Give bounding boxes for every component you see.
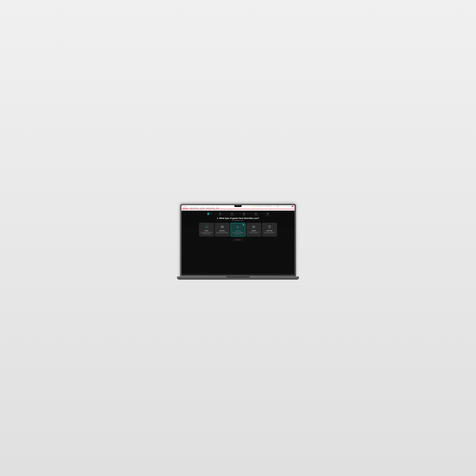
step-label-play-style: Play Style — [207, 215, 210, 216]
card-icon-casual — [204, 224, 209, 229]
next-button-wrapper: Next Question — [182, 238, 294, 241]
svg-point-14 — [222, 226, 223, 227]
question-subtitle: Pick all applicable options. — [182, 220, 294, 221]
user-icon[interactable]: 👤 — [277, 206, 278, 207]
bell-icon[interactable]: 🔔 — [276, 206, 277, 207]
top-bar-links: LenovoPRO | Small Business Store | Lenov… — [252, 206, 293, 207]
svg-rect-19 — [238, 227, 238, 228]
card-desc-immersive: You play games with stunning graphics an… — [216, 232, 228, 234]
step-laptop-desktop: 3 Laptop or Desktop — [226, 213, 238, 216]
top-icons: ⊕ ♡ 🔔 👤 🛒 — [273, 206, 280, 207]
nav-students[interactable]: Students — [227, 210, 230, 210]
nav-monitors[interactable]: Monitors — [205, 210, 207, 210]
nav-support[interactable]: SUPPORT — [216, 208, 219, 208]
nav-smart-home[interactable]: Smart Home — [208, 210, 212, 210]
svg-rect-22 — [253, 226, 255, 227]
lenovo-student-link[interactable]: Lenovo — [265, 206, 267, 207]
card-streamer[interactable]: Streamer You stream and create digital c… — [246, 223, 261, 237]
step-label-gamer-prefs: Gamer Preferences — [253, 215, 258, 216]
search-bar[interactable]: What are you looking for today? 🔍 — [281, 206, 293, 207]
nav-services[interactable]: SERVICES & SOLUTIONS — [206, 208, 215, 208]
card-title-immersive: Immersive — [220, 230, 225, 231]
svg-point-10 — [205, 225, 208, 228]
student-label[interactable]: Student — [267, 206, 270, 207]
step-other-prefs: 6 Other Preferences — [262, 213, 274, 216]
step-circle-5: 5 — [255, 213, 257, 215]
card-title-dont-know: Don't Know — [267, 230, 272, 231]
question-title: 1. What type of gamer best describes you… — [182, 217, 294, 220]
svg-rect-18 — [237, 227, 237, 228]
svg-point-12 — [207, 226, 207, 227]
top-bar-sep: | — [256, 206, 256, 207]
step-label-laptop-desktop: Laptop or Desktop — [230, 215, 235, 216]
website-content: Lenovo LenovoPRO | Small Business Store … — [182, 205, 294, 275]
card-title-streamer: Streamer — [252, 230, 256, 231]
secondary-nav: Laptops Desktops Workstations Tablets Ac… — [182, 209, 294, 211]
svg-point-26 — [268, 226, 271, 228]
progress-steps: 1 Play Style 2 Purpose 3 Laptop or Deskt… — [182, 211, 294, 217]
card-title-casual: Casual — [205, 230, 208, 231]
step-circle-1: 1 — [207, 213, 209, 215]
card-icon-competitive — [236, 225, 240, 229]
step-circle-3: 3 — [231, 213, 233, 215]
primary-nav: PCS & TABLETS PHONES & SMART DEVICES DAT… — [182, 207, 294, 209]
nav-laptops[interactable]: Laptops — [183, 210, 185, 210]
card-icon-immersive — [220, 224, 225, 229]
card-casual[interactable]: Casual You play occasionally and when yo… — [199, 223, 214, 237]
top-bar: Lenovo LenovoPRO | Small Business Store … — [182, 205, 294, 207]
step-play-style: 1 Play Style — [202, 213, 214, 216]
card-icon-streamer — [251, 224, 256, 229]
nav-pcs-tablets[interactable]: PCS & TABLETS — [183, 208, 188, 209]
nav-data-center[interactable]: DATA CENTER — [200, 208, 205, 208]
card-dont-know[interactable]: Don't Know And that's okay! We'll still … — [262, 223, 277, 237]
lenovo-pro-link[interactable]: LenovoPRO — [252, 206, 255, 207]
svg-point-27 — [269, 227, 270, 228]
search-button[interactable]: 🔍 — [292, 206, 293, 207]
nav-tablets[interactable]: Tablets — [194, 210, 196, 210]
heart-icon[interactable]: ♡ — [274, 206, 275, 207]
screen-bezel: Lenovo LenovoPRO | Small Business Store … — [182, 205, 294, 275]
nav-business[interactable]: Business — [224, 210, 226, 210]
step-purpose: 2 Purpose — [214, 213, 226, 216]
nav-phones[interactable]: PHONES & SMART DEVICES — [189, 208, 199, 208]
top-bar-sep2: | — [264, 206, 264, 207]
card-icon-dont-know — [267, 224, 272, 229]
svg-point-11 — [206, 226, 206, 227]
nav-accessories[interactable]: Accessories & Software — [197, 210, 204, 210]
card-title-competitive: Competitive — [235, 230, 241, 231]
svg-marker-23 — [254, 226, 254, 227]
card-desc-dont-know: And that's okay! We'll still be able to … — [263, 232, 276, 234]
laptop-base — [177, 276, 299, 280]
card-desc-streamer: You stream and create digital content ba… — [248, 232, 260, 234]
nav-workstations[interactable]: Workstations — [190, 210, 193, 210]
card-immersive[interactable]: Immersive You play games with stunning g… — [215, 223, 230, 237]
nav-desktops[interactable]: Desktops — [186, 210, 188, 210]
main-quiz-content: 1 Play Style 2 Purpose 3 Laptop or Deskt… — [182, 211, 294, 274]
step-label-budget: Budget — [243, 215, 245, 216]
lenovo-logo: Lenovo — [183, 206, 186, 207]
card-desc-casual: You play occasionally and when you do, i… — [200, 232, 213, 235]
step-label-other-prefs: Other Preferences — [265, 215, 270, 216]
step-budget: 4 Budget — [238, 213, 250, 216]
laptop-scene: Lenovo LenovoPRO | Small Business Store … — [174, 196, 302, 280]
step-gamer-prefs: 5 Gamer Preferences — [250, 213, 262, 216]
laptop-lid: Lenovo LenovoPRO | Small Business Store … — [180, 204, 296, 277]
card-desc-competitive: You strive to be the best and focus on b… — [232, 232, 244, 235]
search-input[interactable]: What are you looking for today? — [281, 206, 292, 207]
small-business-label: Small Business Store — [257, 206, 263, 207]
nav-gaming[interactable]: Gaming — [221, 210, 222, 210]
store-label: Store — [271, 206, 272, 207]
step-label-purpose: Purpose — [219, 215, 221, 216]
card-competitive[interactable]: ✓ — [231, 223, 245, 237]
step-circle-6: 6 — [267, 213, 269, 215]
step-circle-2: 2 — [219, 213, 221, 215]
gamer-type-cards: Casual You play occasionally and when yo… — [182, 223, 294, 237]
svg-rect-17 — [237, 227, 238, 228]
step-circle-4: 4 — [243, 213, 245, 215]
next-question-button[interactable]: Next Question — [233, 238, 243, 241]
cart-icon[interactable]: 🛒 — [279, 206, 280, 207]
nav-home-office[interactable]: Home & Office Furniture — [213, 210, 219, 210]
check-mark-competitive: ✓ — [243, 224, 244, 225]
nav-sale[interactable]: Sale — [231, 210, 232, 210]
search-icon[interactable]: ⊕ — [273, 206, 274, 207]
